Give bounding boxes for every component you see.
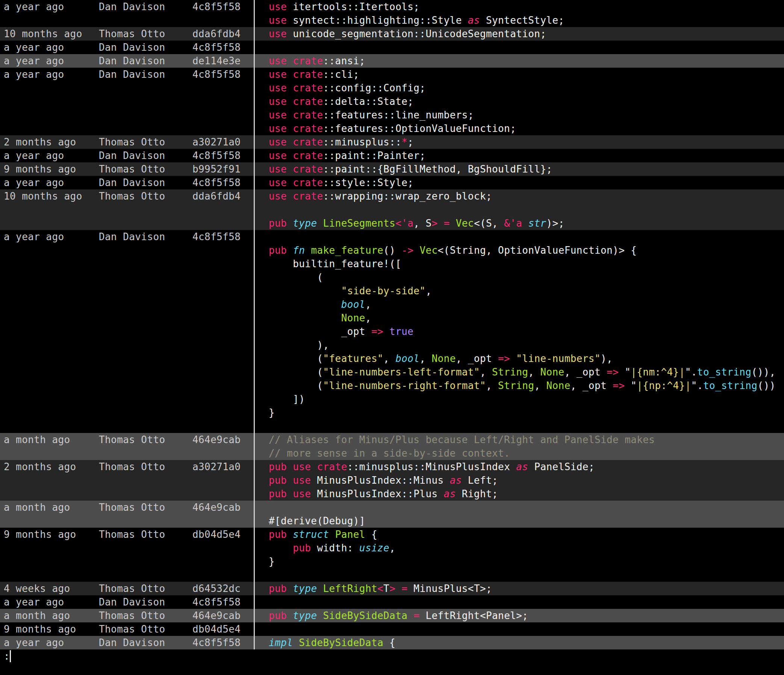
commit-author: Dan Davison [99, 176, 165, 190]
commit-author: Dan Davison [99, 54, 165, 68]
blame-row: a month agoThomas Otto464e9cab [0, 501, 784, 514]
commit-date: a year ago [4, 68, 64, 81]
blame-row: 4 weeks agoThomas Ottod64532dcpub type L… [0, 582, 784, 595]
code-line: } [269, 406, 275, 420]
commit-date: a year ago [4, 595, 64, 609]
commit-hash: 4c8f5f58 [193, 0, 241, 14]
code-line: use crate::paint::{BgFillMethod, BgShoul… [269, 162, 552, 176]
code-line: use unicode_segmentation::UnicodeSegment… [269, 27, 546, 40]
commit-hash: 464e9cab [193, 609, 241, 622]
code-line: _opt => true [269, 325, 414, 338]
text-cursor [10, 650, 11, 662]
code-line: ), [269, 338, 329, 352]
commit-date: a month ago [4, 609, 70, 622]
blame-row: builtin_feature!([ [0, 257, 784, 271]
code-line: ("features", bool, None, _opt => "line-n… [269, 352, 613, 365]
commit-date: 9 months ago [4, 528, 76, 541]
blame-row: a year agoDan Davison4c8f5f58use crate::… [0, 68, 784, 81]
commit-date: a month ago [4, 433, 70, 446]
commit-hash: de114e3e [193, 54, 241, 68]
commit-hash: 464e9cab [193, 433, 241, 446]
pager-prompt: : [4, 649, 10, 663]
code-line: use syntect::highlighting::Style as Synt… [269, 14, 565, 27]
blame-row: 9 months agoThomas Ottodb04d5e4 [0, 622, 784, 636]
code-line: pub struct Panel { [269, 528, 377, 541]
blame-row: _opt => true [0, 325, 784, 338]
blame-row: #[derive(Debug)] [0, 514, 784, 528]
code-line: None, [269, 311, 371, 325]
commit-author: Dan Davison [99, 0, 165, 14]
blame-row: ]) [0, 392, 784, 406]
blame-row: use syntect::highlighting::Style as Synt… [0, 14, 784, 27]
commit-author: Thomas Otto [99, 528, 165, 541]
commit-date: 10 months ago [4, 27, 82, 40]
code-line: bool, [269, 298, 371, 311]
code-line: use crate::style::Style; [269, 176, 414, 190]
commit-hash: 4c8f5f58 [193, 176, 241, 190]
code-line: use crate::features::line_numbers; [269, 108, 474, 122]
blame-row: 2 months agoThomas Ottoa30271a0pub use c… [0, 460, 784, 474]
commit-hash: b9952f91 [193, 162, 241, 176]
blame-row: a year agoDan Davison4c8f5f58 [0, 40, 784, 54]
code-line: "side-by-side", [269, 284, 431, 298]
code-line: // more sense in a side-by-side context. [269, 446, 510, 460]
commit-author: Thomas Otto [99, 622, 165, 636]
code-line: ]) [269, 392, 305, 406]
commit-hash: 4c8f5f58 [193, 68, 241, 81]
commit-date: a year ago [4, 54, 64, 68]
commit-author: Dan Davison [99, 68, 165, 81]
code-line: #[derive(Debug)] [269, 514, 365, 528]
blame-row: a year agoDan Davison4c8f5f58use crate::… [0, 176, 784, 190]
commit-hash: db04d5e4 [193, 528, 241, 541]
code-line: use crate::paint::Painter; [269, 149, 425, 162]
commit-hash: a30271a0 [193, 135, 241, 149]
blame-view: a year agoDan Davison4c8f5f58use itertoo… [0, 0, 784, 649]
blame-row: None, [0, 311, 784, 325]
blame-row: a year agoDan Davison4c8f5f58 [0, 230, 784, 244]
blame-row: pub use MinusPlusIndex::Minus as Left; [0, 474, 784, 487]
blame-row: use crate::config::Config; [0, 81, 784, 95]
commit-hash: 4c8f5f58 [193, 40, 241, 54]
blame-row: a year agoDan Davison4c8f5f58use crate::… [0, 149, 784, 162]
blame-row: use crate::delta::State; [0, 95, 784, 108]
blame-row: ("features", bool, None, _opt => "line-n… [0, 352, 784, 365]
commit-date: a year ago [4, 176, 64, 190]
commit-date: a year ago [4, 40, 64, 54]
code-line: use itertools::Itertools; [269, 0, 420, 14]
commit-hash: 464e9cab [193, 501, 241, 514]
blame-row: a month agoThomas Otto464e9cab// Aliases… [0, 433, 784, 446]
blame-row: // more sense in a side-by-side context. [0, 446, 784, 460]
commit-date: a year ago [4, 149, 64, 162]
terminal[interactable]: a year agoDan Davison4c8f5f58use itertoo… [0, 0, 784, 675]
commit-author: Thomas Otto [99, 27, 165, 40]
commit-date: 2 months ago [4, 460, 76, 474]
blame-row: a month agoThomas Otto464e9cabpub type S… [0, 609, 784, 622]
commit-date: a month ago [4, 501, 70, 514]
commit-author: Dan Davison [99, 40, 165, 54]
commit-author: Thomas Otto [99, 433, 165, 446]
commit-author: Thomas Otto [99, 162, 165, 176]
code-line: use crate::wrapping::wrap_zero_block; [269, 190, 492, 203]
commit-date: a year ago [4, 0, 64, 14]
commit-author: Thomas Otto [99, 460, 165, 474]
code-line: pub use crate::minusplus::MinusPlusIndex… [269, 460, 594, 474]
blame-row: a year agoDan Davison4c8f5f58impl SideBy… [0, 636, 784, 649]
code-line: } [269, 555, 275, 568]
blame-row: pub fn make_feature() -> Vec<(String, Op… [0, 244, 784, 257]
code-line: pub fn make_feature() -> Vec<(String, Op… [269, 244, 637, 257]
blame-row: 9 months agoThomas Ottob9952f91use crate… [0, 162, 784, 176]
pager-prompt-line[interactable]: : [0, 649, 784, 663]
commit-author: Dan Davison [99, 595, 165, 609]
commit-hash: dda6fdb4 [193, 27, 241, 40]
commit-author: Dan Davison [99, 149, 165, 162]
blame-row: 2 months agoThomas Ottoa30271a0use crate… [0, 135, 784, 149]
code-line: pub type LeftRight<T> = MinusPlus<T>; [269, 582, 492, 595]
commit-author: Dan Davison [99, 230, 165, 244]
blame-row: use crate::features::line_numbers; [0, 108, 784, 122]
commit-author: Dan Davison [99, 636, 165, 649]
commit-author: Thomas Otto [99, 190, 165, 203]
blame-row: 10 months agoThomas Ottodda6fdb4use unic… [0, 27, 784, 40]
commit-hash: a30271a0 [193, 460, 241, 474]
code-line: use crate::features::OptionValueFunction… [269, 122, 516, 135]
commit-date: 9 months ago [4, 622, 76, 636]
